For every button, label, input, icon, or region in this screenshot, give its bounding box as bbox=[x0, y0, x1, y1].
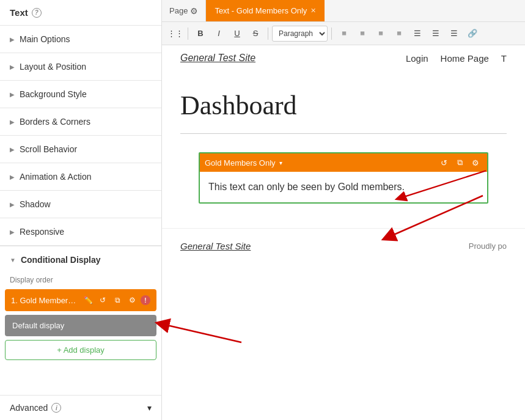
advanced-label: Advanced bbox=[10, 403, 48, 413]
accordion-label-animation: Animation & Action bbox=[20, 172, 92, 182]
nav-home-page[interactable]: Home Page bbox=[441, 53, 489, 64]
info-icon[interactable]: i bbox=[51, 403, 61, 413]
advanced-chevron: ▾ bbox=[147, 403, 152, 413]
accordion-label-scroll: Scroll Behavior bbox=[20, 144, 77, 154]
widget-settings-icon[interactable]: ⚙ bbox=[469, 156, 482, 169]
page-label: Page bbox=[169, 6, 188, 15]
site-footer: General Test Site Proudly po bbox=[162, 228, 525, 263]
accordion-header-layout-position[interactable]: ▶ Layout & Position bbox=[0, 53, 161, 80]
accordion-background-style: ▶ Background Style bbox=[0, 81, 161, 108]
link-button[interactable]: 🔗 bbox=[464, 26, 481, 42]
gold-members-row[interactable]: 1. Gold Members ... ✏️ ↺ ⧉ ⚙ ! bbox=[5, 289, 156, 311]
left-panel: Text ? ▶ Main Options ▶ Layout & Positio… bbox=[0, 0, 162, 420]
dashboard-area: Dashboard Gold Members Only ▾ ↺ ⧉ ⚙ This… bbox=[162, 72, 525, 216]
conditional-display-label: Conditional Display bbox=[21, 255, 101, 265]
footer-text: Proudly po bbox=[469, 241, 507, 251]
panel-title: Text ? bbox=[0, 0, 161, 26]
help-icon[interactable]: ? bbox=[32, 8, 42, 18]
widget-toolbar: Gold Members Only ▾ ↺ ⧉ ⚙ bbox=[200, 153, 487, 172]
page-tab[interactable]: Page ⚙ bbox=[162, 0, 206, 21]
align-right-button[interactable]: ≡ bbox=[372, 26, 389, 42]
chevron-down-icon: ▼ bbox=[10, 257, 16, 263]
more-options-button[interactable]: ☰ bbox=[446, 26, 463, 42]
accordion-header-scroll[interactable]: ▶ Scroll Behavior bbox=[0, 136, 161, 163]
accordion-scroll-behavior: ▶ Scroll Behavior bbox=[0, 136, 161, 163]
row-action-icons: ✏️ ↺ ⧉ ⚙ ! bbox=[82, 294, 150, 306]
copy-icon[interactable]: ⧉ bbox=[111, 294, 123, 306]
add-display-button[interactable]: + Add display bbox=[5, 340, 156, 360]
gold-members-widget: Gold Members Only ▾ ↺ ⧉ ⚙ This text can … bbox=[199, 152, 488, 204]
underline-button[interactable]: U bbox=[229, 26, 246, 42]
toolbar-sep-3 bbox=[331, 28, 332, 40]
strikethrough-button[interactable]: S bbox=[247, 26, 264, 42]
default-display-row[interactable]: Default display bbox=[5, 315, 156, 336]
chevron-icon-6: ▶ bbox=[10, 174, 15, 180]
dashboard-divider bbox=[180, 133, 507, 134]
chevron-icon: ▶ bbox=[10, 36, 15, 43]
accordion-header-animation[interactable]: ▶ Animation & Action bbox=[0, 163, 161, 190]
accordion-header-background[interactable]: ▶ Background Style bbox=[0, 81, 161, 108]
accordion-label-background: Background Style bbox=[20, 89, 87, 99]
widget-copy-icon[interactable]: ⧉ bbox=[453, 156, 466, 169]
accordion-header-shadow[interactable]: ▶ Shadow bbox=[0, 191, 161, 218]
panel-title-text: Text bbox=[10, 7, 28, 18]
accordion-label-shadow: Shadow bbox=[20, 199, 51, 209]
chevron-icon-2: ▶ bbox=[10, 64, 15, 70]
nav-t[interactable]: T bbox=[501, 53, 507, 64]
dashboard-title: Dashboard bbox=[180, 90, 507, 121]
conditional-display-header[interactable]: ▼ Conditional Display bbox=[0, 246, 161, 273]
settings-icon[interactable]: ⚙ bbox=[126, 294, 138, 306]
widget-toolbar-label: Gold Members Only bbox=[205, 158, 276, 168]
accordion-animation-action: ▶ Animation & Action bbox=[0, 163, 161, 191]
undo-icon[interactable]: ↺ bbox=[97, 294, 109, 306]
warning-icon[interactable]: ! bbox=[141, 295, 150, 305]
list-ul-button[interactable]: ☰ bbox=[409, 26, 426, 42]
list-ol-button[interactable]: ☰ bbox=[427, 26, 444, 42]
widget-text: This text can only be seen by Gold membe… bbox=[208, 182, 405, 192]
accordion-main-options: ▶ Main Options bbox=[0, 26, 161, 53]
widget-undo-icon[interactable]: ↺ bbox=[437, 156, 450, 169]
paragraph-select[interactable]: Paragraph Heading 1 Heading 2 bbox=[272, 26, 328, 42]
footer-logo[interactable]: General Test Site bbox=[180, 241, 251, 251]
widget-toolbar-icons: ↺ ⧉ ⚙ bbox=[437, 156, 482, 169]
close-icon[interactable]: ✕ bbox=[310, 7, 316, 15]
accordion-header-main-options[interactable]: ▶ Main Options bbox=[0, 26, 161, 53]
accordion-label-responsive: Responsive bbox=[20, 227, 64, 237]
widget-content: This text can only be seen by Gold membe… bbox=[200, 172, 487, 202]
italic-button[interactable]: I bbox=[210, 26, 227, 42]
toolbar-sep-2 bbox=[268, 28, 268, 40]
display-order-label: Display order bbox=[0, 273, 161, 289]
widget-chevron-icon[interactable]: ▾ bbox=[279, 160, 282, 166]
chevron-icon-3: ▶ bbox=[10, 91, 15, 98]
advanced-footer[interactable]: Advanced i ▾ bbox=[0, 395, 161, 420]
accordion-label-borders: Borders & Corners bbox=[20, 117, 90, 127]
default-display-label: Default display bbox=[12, 321, 64, 330]
tab-label: Text - Gold Members Only bbox=[215, 6, 307, 15]
accordion-layout-position: ▶ Layout & Position bbox=[0, 53, 161, 81]
accordion-shadow: ▶ Shadow bbox=[0, 191, 161, 218]
align-center-button[interactable]: ≡ bbox=[354, 26, 371, 42]
align-justify-button[interactable]: ≡ bbox=[391, 26, 408, 42]
drag-handle-btn[interactable]: ⋮⋮ bbox=[167, 26, 184, 42]
chevron-icon-5: ▶ bbox=[10, 146, 15, 153]
accordion-label-layout: Layout & Position bbox=[20, 62, 86, 72]
edit-icon[interactable]: ✏️ bbox=[82, 294, 94, 306]
text-tab[interactable]: Text - Gold Members Only ✕ bbox=[206, 0, 325, 21]
site-nav-links: Login Home Page T bbox=[406, 53, 507, 64]
accordion-header-responsive[interactable]: ▶ Responsive bbox=[0, 218, 161, 245]
bold-button[interactable]: B bbox=[192, 26, 209, 42]
text-toolbar: ⋮⋮ B I U S Paragraph Heading 1 Heading 2… bbox=[162, 22, 525, 45]
accordion-responsive: ▶ Responsive bbox=[0, 218, 161, 246]
advanced-left: Advanced i bbox=[10, 403, 61, 413]
chevron-icon-4: ▶ bbox=[10, 119, 15, 125]
nav-login[interactable]: Login bbox=[406, 53, 428, 64]
accordion-header-borders[interactable]: ▶ Borders & Corners bbox=[0, 108, 161, 135]
toolbar-sep-1 bbox=[188, 28, 188, 40]
align-left-button[interactable]: ≡ bbox=[336, 26, 353, 42]
content-area: General Test Site Login Home Page T Dash… bbox=[162, 45, 525, 420]
site-logo[interactable]: General Test Site bbox=[180, 53, 255, 64]
chevron-icon-7: ▶ bbox=[10, 201, 15, 208]
accordion-borders-corners: ▶ Borders & Corners bbox=[0, 108, 161, 136]
gear-icon[interactable]: ⚙ bbox=[190, 6, 198, 16]
chevron-icon-8: ▶ bbox=[10, 229, 15, 235]
